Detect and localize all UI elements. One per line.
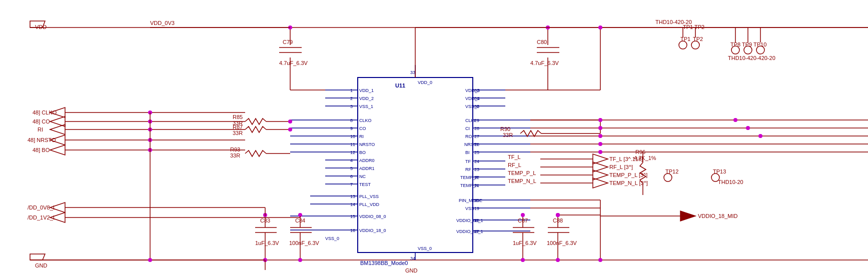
clko-label: 48] CLKO xyxy=(33,110,57,116)
c87-ref: C87 xyxy=(518,218,528,224)
c79-val: 4.7uF_6.3V xyxy=(279,60,308,66)
tp2-circle xyxy=(691,41,699,49)
temp-n-l-label: TEMP_N_L xyxy=(508,178,536,184)
pin29-num: 29 xyxy=(474,118,479,123)
node-rbus-304 xyxy=(598,150,602,154)
pin10-num: 10 xyxy=(350,134,355,139)
nrsto-label: 48] NRSTO xyxy=(28,137,56,143)
c83-ref: C83 xyxy=(260,218,270,224)
tp12-label: TP12 xyxy=(665,168,678,174)
vdd1v2-label: /DD_1V2_L xyxy=(28,214,56,220)
thd-tp-label: THD10-420-420-20 xyxy=(728,55,775,61)
tp1-circle xyxy=(679,41,687,49)
node-r87-co xyxy=(288,128,292,132)
pin11-num: 11 xyxy=(350,142,355,147)
pin9-name: CO xyxy=(359,126,366,131)
pin4-num: 4 xyxy=(350,158,353,163)
pin29-name: CLKI xyxy=(465,118,475,123)
c84-val: 100nF_6.3V xyxy=(289,240,320,246)
pin1-num: 1 xyxy=(350,88,353,93)
pin34-name: VSS_0 xyxy=(418,246,432,251)
pin34-label: 34 xyxy=(410,256,415,261)
node-rbus-256 xyxy=(598,126,602,130)
ri-label: RI xyxy=(38,126,43,132)
r87-ref: R87 xyxy=(233,124,243,130)
pin25-name: BI xyxy=(465,150,470,155)
tp1tp2-label: TP1 TP2 xyxy=(683,24,704,30)
vdd0v3-label: VDD_0V3 xyxy=(150,20,175,26)
pin24-num: 24 xyxy=(474,159,479,164)
gnd-label: GND xyxy=(35,262,48,268)
c84-ref: C84 xyxy=(295,218,305,224)
node-c88-bot xyxy=(556,258,560,262)
r87-val: 33R xyxy=(233,130,243,136)
pin1-name: VDD_1 xyxy=(359,88,374,93)
pin2-num: 2 xyxy=(350,96,353,101)
vdd-label: VDD xyxy=(35,24,47,30)
pin15-name: VDDIO_08_0 xyxy=(359,214,386,219)
pin5-num: 5 xyxy=(350,166,353,171)
node-gnd-right xyxy=(598,258,602,262)
svg-marker-3 xyxy=(30,254,45,260)
pin13-num: 13 xyxy=(350,194,355,199)
r90-ref: R90 xyxy=(500,126,510,132)
node-rbus-tp-272 xyxy=(758,134,762,138)
pin20-num: 20 xyxy=(474,198,479,203)
pin15-num: 15 xyxy=(350,214,355,219)
pin28-name: CI xyxy=(465,126,470,131)
pin14-num: 14 xyxy=(350,202,355,207)
vddio18mid-connector xyxy=(680,211,695,221)
rf-l-bus-label: RF_L [3^] xyxy=(609,164,633,170)
pin31-num: 31 xyxy=(474,96,479,101)
node-vddio18-top xyxy=(556,213,560,217)
c80-val: 4.7uF_6.3V xyxy=(530,60,559,66)
pin19-num: 19 xyxy=(474,206,479,211)
node-vdd-right xyxy=(598,26,602,30)
pin8-name: CLKO xyxy=(359,118,372,123)
pin3-num: 3 xyxy=(350,104,353,109)
pin32-num: 32 xyxy=(474,88,479,93)
pin7-num: 7 xyxy=(350,182,353,187)
pin22-num: 22 xyxy=(474,175,479,180)
pin28-num: 28 xyxy=(474,126,479,131)
pin13-name: PLL_VSS xyxy=(359,194,379,199)
node-r85-clko xyxy=(288,120,292,124)
schematic-canvas: VDD GND VDD_0V3 U11 BM1398BB_Mode0 33 VD… xyxy=(0,0,868,275)
node-c84-bot xyxy=(298,258,302,262)
r85-ref: R85 xyxy=(233,114,243,120)
pin5-name: ADDR1 xyxy=(359,166,375,171)
node-rbus-tp-240 xyxy=(733,118,737,122)
c80-ref: C80 xyxy=(537,39,547,45)
bo-label: 48] BO xyxy=(33,147,50,153)
pin30-num: 30 xyxy=(474,104,479,109)
tp2-label: TP2 xyxy=(693,36,703,42)
pin4-name: ADDR0 xyxy=(359,158,375,163)
pin6-name: NC xyxy=(359,174,366,179)
bo-connector xyxy=(50,145,65,155)
node-gnd-left xyxy=(148,258,152,262)
pin3-name: VSS_1 xyxy=(359,104,373,109)
pin33-name: VDD_0 xyxy=(418,80,432,85)
pin9-num: 9 xyxy=(350,126,353,131)
r90-val: 33R xyxy=(503,132,513,138)
c88-ref: C88 xyxy=(553,218,563,224)
tp13-label: TP13 xyxy=(713,168,726,174)
pin21-num: 21 xyxy=(474,183,479,188)
pin14-name: PLL_VDD xyxy=(359,202,380,207)
node-c87-bot xyxy=(521,258,525,262)
r93-ref: R93 xyxy=(230,146,240,152)
c88-val: 100nF_6.3V xyxy=(547,240,577,246)
pin16-num: 16 xyxy=(350,228,355,233)
c79-ref: C79 xyxy=(283,39,293,45)
r96-val: 4.7K_1% xyxy=(634,155,656,161)
pin24-name: TF xyxy=(465,159,471,164)
pin27-num: 27 xyxy=(474,134,479,139)
gnd-bottom-label: GND xyxy=(405,268,418,274)
pin11-name: NRSTO xyxy=(359,142,375,147)
pin17-num: 17 xyxy=(474,229,479,234)
vdd0v8-label: /DD_0V8_L xyxy=(28,204,56,210)
pin8-num: 8 xyxy=(350,118,353,123)
vss0-left-label: VSS_0 xyxy=(325,236,339,241)
node-rbus-tp-256 xyxy=(746,126,750,130)
thd-tp13-label: THD10-20 xyxy=(718,179,743,185)
